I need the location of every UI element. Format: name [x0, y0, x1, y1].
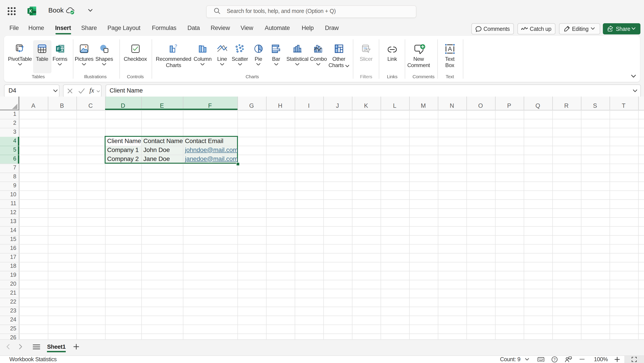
svg-text:?: ?	[554, 357, 556, 362]
svg-text:?: ?	[175, 44, 177, 48]
svg-text:A: A	[448, 46, 452, 52]
svg-text:X: X	[29, 8, 32, 13]
svg-text:F: F	[57, 46, 60, 51]
